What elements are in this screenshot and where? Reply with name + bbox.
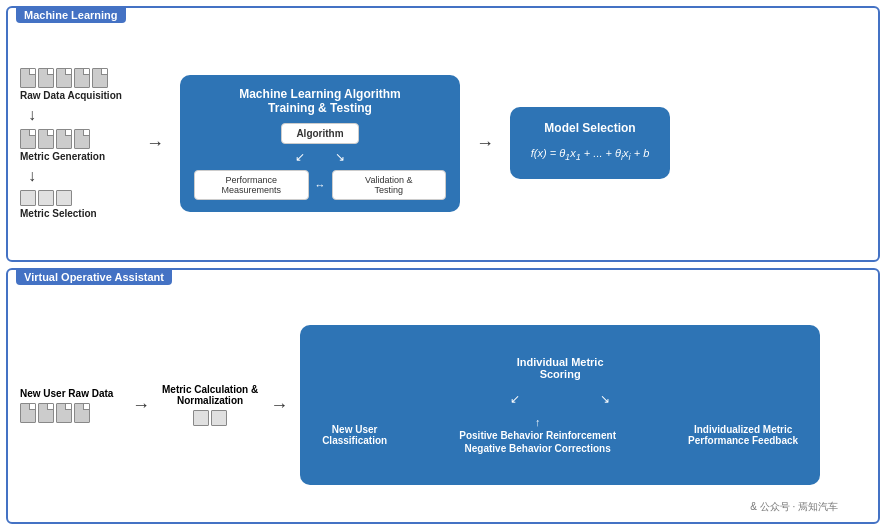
- nu-doc-3: [56, 403, 72, 423]
- sq-2: [38, 190, 54, 206]
- new-user-data: New User Raw Data: [20, 388, 120, 423]
- algorithm-box: Algorithm: [281, 123, 358, 144]
- arrow-val: ↘: [335, 150, 345, 164]
- main-container: Machine Learning Raw Data Acquisition: [0, 0, 886, 530]
- arrow-perf: ↙: [295, 150, 305, 164]
- doc-icon-3: [56, 68, 72, 88]
- voa-section-label: Virtual Operative Assistant: [16, 269, 172, 285]
- metric-doc-1: [20, 129, 36, 149]
- ml-section-label: Machine Learning: [16, 7, 126, 23]
- sq-3: [56, 190, 72, 206]
- model-formula: f(x) = θ1x1 + ... + θixi + b: [531, 145, 650, 165]
- ims-arrow-left: ↙: [510, 392, 520, 406]
- positive-reinforcement-label: Positive Behavior Reinforcement: [459, 430, 616, 441]
- new-user-classification: New UserClassification: [314, 420, 395, 450]
- mc-sq-1: [193, 410, 209, 426]
- model-selection-box: Model Selection f(x) = θ1x1 + ... + θixi…: [510, 107, 670, 179]
- top-section-wrapper: Machine Learning Raw Data Acquisition: [6, 6, 880, 262]
- doc-icon-4: [74, 68, 90, 88]
- ml-algo-box: Machine Learning AlgorithmTraining & Tes…: [180, 75, 460, 212]
- new-user-label: New User Raw Data: [20, 388, 113, 399]
- metric-gen-item: Metric Generation: [20, 129, 105, 162]
- algo-inner: Algorithm ↙ ↘ Performance Measurements ↔: [194, 123, 446, 200]
- left-to-center-arrow: →: [146, 133, 164, 154]
- new-user-icons: [20, 403, 90, 423]
- ml-section: Machine Learning Raw Data Acquisition: [6, 6, 880, 262]
- left-column: Raw Data Acquisition ↓ Metric Generation: [20, 68, 130, 219]
- doc-icon-2: [38, 68, 54, 88]
- negative-corrections-label: Negative Behavior Corrections: [465, 443, 611, 454]
- ml-algo-title: Machine Learning AlgorithmTraining & Tes…: [239, 87, 401, 115]
- metric-doc-2: [38, 129, 54, 149]
- watermark: & 公众号 · 焉知汽车: [750, 500, 838, 514]
- doc-icon-5: [92, 68, 108, 88]
- raw-data-item: Raw Data Acquisition: [20, 68, 122, 101]
- doc-icon-1: [20, 68, 36, 88]
- individualized-feedback: Individualized MetricPerformance Feedbac…: [680, 420, 806, 450]
- metric-doc-3: [56, 129, 72, 149]
- sq-1: [20, 190, 36, 206]
- nu-doc-1: [20, 403, 36, 423]
- validation-box: Validation & Testing: [332, 170, 447, 200]
- algo-bottom-row: Performance Measurements ↔ Validation & …: [194, 170, 446, 200]
- model-title: Model Selection: [544, 121, 635, 135]
- bottom-section-wrapper: Virtual Operative Assistant New User Raw…: [6, 268, 880, 524]
- metric-sel-item: Metric Selection: [20, 190, 97, 219]
- arrow-down-2: ↓: [20, 168, 36, 184]
- arrow-down-1: ↓: [20, 107, 36, 123]
- performance-box: Performance Measurements: [194, 170, 309, 200]
- bottom-content: New User Raw Data → Metric Calculation &…: [8, 270, 878, 522]
- top-content: Raw Data Acquisition ↓ Metric Generation: [8, 8, 878, 260]
- raw-data-icons: [20, 68, 108, 88]
- metric-gen-label: Metric Generation: [20, 151, 105, 162]
- metric-calc-icons: [193, 410, 227, 426]
- nu-doc-2: [38, 403, 54, 423]
- mc-sq-2: [211, 410, 227, 426]
- metric-gen-icons: [20, 129, 90, 149]
- raw-data-label: Raw Data Acquisition: [20, 90, 122, 101]
- ims-arrow-right: ↘: [600, 392, 610, 406]
- metric-sel-label: Metric Selection: [20, 208, 97, 219]
- metric-sel-icons: [20, 190, 72, 206]
- metric-calc-box: Metric Calculation &Normalization: [162, 384, 258, 426]
- metric-doc-4: [74, 129, 90, 149]
- metric-calc-label: Metric Calculation &Normalization: [162, 384, 258, 406]
- voa-main-box: Individual MetricScoring ↙ ↘ New UserCla…: [300, 325, 820, 485]
- nu-to-metric-arrow: →: [132, 395, 150, 416]
- individual-metric-scoring: Individual MetricScoring: [517, 356, 604, 380]
- nu-doc-4: [74, 403, 90, 423]
- horiz-arrow: ↔: [315, 179, 326, 191]
- voa-section: Virtual Operative Assistant New User Raw…: [6, 268, 880, 524]
- metric-to-voa-arrow: →: [270, 395, 288, 416]
- center-to-model-arrow: →: [476, 133, 494, 154]
